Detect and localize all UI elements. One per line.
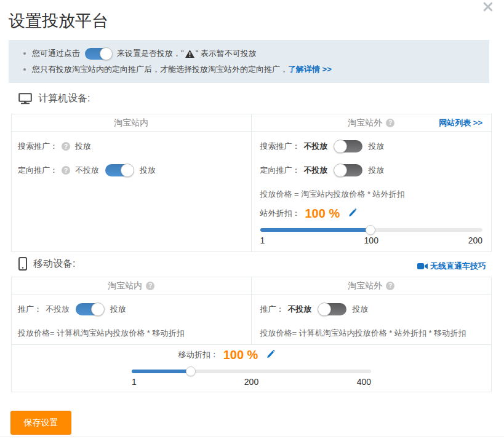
mobile-inside-cell: 推广： 不投放 投放 投放价格= 计算机淘宝站内投放价格 * 移动折扣 [12, 295, 252, 344]
site-list-link[interactable]: 网站列表 >> [439, 117, 482, 129]
bullet-dot [23, 68, 26, 71]
learn-more-link[interactable]: 了解详情 >> [288, 64, 332, 75]
mobile-outside-toggle[interactable] [318, 303, 346, 315]
help-icon[interactable]: ? [62, 166, 70, 175]
warning-icon [185, 50, 194, 58]
notice-text: 来设置是否投放，" [117, 48, 184, 59]
search-promo-row: 搜索推广： ? 投放 [18, 140, 242, 153]
mobile-inside-toggle[interactable] [76, 303, 104, 315]
outside-discount-row: 站外折扣： 100 % [260, 206, 483, 221]
price-formula: 投放价格= 计算机淘宝站内投放价格 * 站外折扣 * 移动折扣 [260, 326, 483, 340]
computer-inside-target-toggle[interactable] [105, 164, 134, 176]
discount-value: 100 % [305, 207, 340, 221]
slider-labels: 1 100 200 [260, 235, 483, 248]
target-promo-row: 定向推广： 不投放 投放 [260, 164, 483, 177]
dialog-bottom-edge [0, 437, 504, 437]
computer-inside-cell: 搜索推广： ? 投放 定向推广： ? 不投放 投放 [12, 132, 252, 252]
mobile-outside-cell: 推广： 不投放 投放 投放价格= 计算机淘宝站内投放价格 * 站外折扣 * 移动… [252, 295, 492, 344]
mobile-outside-header: 淘宝站外 ? [252, 277, 492, 294]
computer-outside-cell: 搜索推广： 不投放 投放 定向推广： 不投放 投放 投放价格 = 淘宝站内投放价… [252, 132, 492, 252]
help-icon[interactable]: ? [386, 282, 394, 290]
mobile-table: 淘宝站内 ? 淘宝站外 ? 推广： 不投放 投放 投放价格= 计算机淘宝站内投放… [11, 277, 492, 392]
computer-table: 淘宝站内 淘宝站外 ? 网站列表 >> 搜索推广： ? 投放 定向推广： ? 不… [11, 114, 492, 252]
help-icon[interactable]: ? [62, 142, 70, 151]
page-title: 设置投放平台 [9, 10, 108, 32]
phone-icon [18, 257, 27, 271]
section-title: 移动设备: [33, 258, 75, 271]
close-icon[interactable] [482, 1, 494, 12]
notice-box: 您可通过点击 来设置是否投放，" " 表示暂不可投放 您只有投放淘宝站内的定向推… [9, 40, 489, 83]
edit-pencil-icon[interactable] [266, 349, 275, 361]
computer-outside-search-toggle[interactable] [334, 140, 362, 152]
computer-outside-header: 淘宝站外 ? 网站列表 >> [252, 114, 492, 131]
price-formula: 投放价格 = 淘宝站内投放价格 * 站外折扣 [260, 188, 483, 201]
computer-inside-header: 淘宝站内 [12, 114, 252, 131]
search-promo-value: 投放 [75, 141, 91, 152]
bullet-dot [23, 52, 26, 55]
notice-line-1: 您可通过点击 来设置是否投放，" " 表示暂不可投放 [23, 45, 477, 61]
mobile-inside-header: 淘宝站内 ? [12, 277, 252, 294]
wireless-tips-link[interactable]: 无线直通车技巧 [417, 261, 486, 272]
notice-text: 您可通过点击 [32, 48, 80, 59]
notice-line-2: 您只有投放淘宝站内的定向推广后，才能选择投放淘宝站外的定向推广， 了解详情 >> [23, 61, 477, 77]
mobile-section-header: 移动设备: [18, 257, 75, 271]
price-formula: 投放价格= 计算机淘宝站内投放价格 * 移动折扣 [18, 326, 242, 340]
mobile-discount-slider[interactable] [132, 366, 371, 376]
target-promo-row: 定向推广： ? 不投放 投放 [18, 164, 242, 177]
save-settings-button[interactable]: 保存设置 [10, 411, 71, 435]
section-title: 计算机设备: [38, 92, 90, 105]
slider-labels: 1 200 400 [132, 377, 371, 389]
mobile-discount-row: 移动折扣： 100 % 1 200 400 [12, 344, 491, 392]
search-promo-row: 搜索推广： 不投放 投放 [260, 140, 483, 153]
notice-text: 您只有投放淘宝站内的定向推广后，才能选择投放淘宝站外的定向推广， [32, 64, 288, 75]
promo-row: 推广： 不投放 投放 [18, 303, 242, 316]
discount-value: 100 % [223, 348, 258, 362]
edit-pencil-icon[interactable] [348, 208, 357, 220]
computer-icon [18, 93, 32, 105]
computer-outside-target-toggle[interactable] [334, 164, 362, 176]
example-toggle[interactable] [85, 48, 112, 60]
help-icon[interactable]: ? [386, 119, 394, 127]
promo-row: 推广： 不投放 投放 [260, 303, 483, 316]
outside-discount-slider[interactable] [260, 224, 483, 234]
help-icon[interactable]: ? [146, 282, 154, 290]
notice-text: " 表示暂不可投放 [196, 48, 257, 59]
video-icon [417, 263, 428, 270]
computer-section-header: 计算机设备: [18, 92, 90, 105]
